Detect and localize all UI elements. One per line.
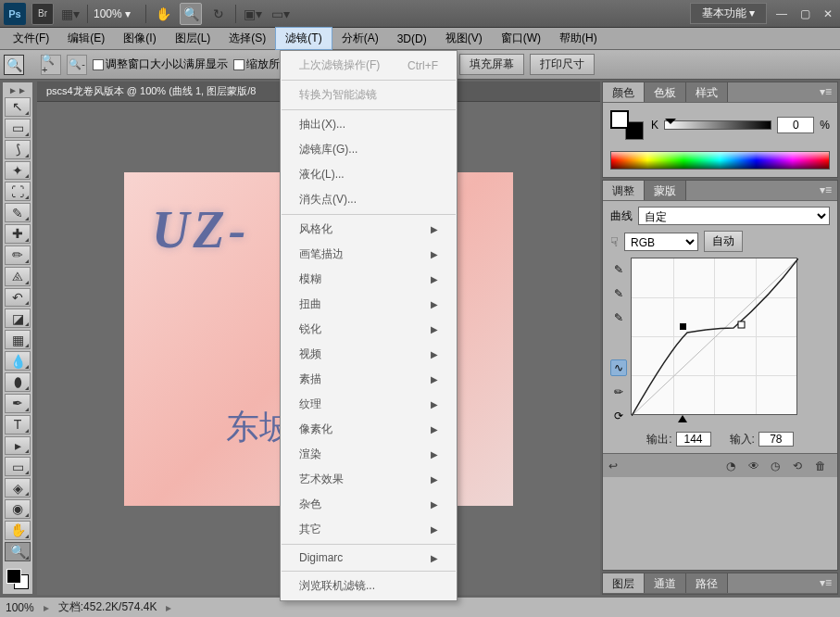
menu-filter[interactable]: 滤镜(T): [275, 27, 332, 50]
gradient-tool[interactable]: ▦: [5, 330, 31, 349]
filter-texture[interactable]: 纹理▶: [281, 392, 457, 417]
shape-tool[interactable]: ▭: [5, 457, 31, 476]
input-input[interactable]: [759, 432, 794, 447]
tool-preset-icon[interactable]: 🔍: [4, 55, 24, 75]
k-slider[interactable]: [664, 120, 771, 130]
workspace-selector[interactable]: 基本功能 ▾: [690, 3, 767, 24]
menu-select[interactable]: 选择(S): [219, 28, 275, 49]
filter-other[interactable]: 其它▶: [281, 517, 457, 542]
stamp-tool[interactable]: ⧌: [5, 267, 31, 286]
eraser-tool[interactable]: ◪: [5, 308, 31, 328]
zoom-out-icon[interactable]: 🔍-: [67, 55, 87, 75]
curve-draw-tool-icon[interactable]: ✏: [610, 384, 627, 400]
bridge-icon[interactable]: Br: [31, 3, 54, 25]
menu-analysis[interactable]: 分析(A): [332, 28, 388, 49]
lasso-tool[interactable]: ⟆: [5, 140, 31, 159]
screen-mode-icon[interactable]: ▭▾: [270, 3, 292, 25]
3d-camera-tool[interactable]: ◉: [5, 499, 31, 519]
zoom-level[interactable]: 100% ▾: [94, 7, 140, 20]
rotate-view-icon[interactable]: ↻: [207, 3, 230, 25]
tab-masks[interactable]: 蒙版: [645, 181, 686, 200]
menu-file[interactable]: 文件(F): [4, 28, 58, 49]
hand-tool[interactable]: ✋: [5, 521, 31, 540]
panel-menu-icon[interactable]: ▾≡: [814, 82, 837, 102]
print-size-button[interactable]: 打印尺寸: [530, 54, 595, 75]
3d-tool[interactable]: ◈: [5, 478, 31, 497]
type-tool[interactable]: T: [5, 415, 31, 434]
curve-point-tool-icon[interactable]: ∿: [610, 359, 627, 376]
crop-tool[interactable]: ⛶: [5, 182, 31, 201]
delete-icon[interactable]: 🗑: [815, 460, 832, 472]
menu-3d[interactable]: 3D(D): [388, 30, 436, 48]
history-brush-tool[interactable]: ↶: [5, 288, 31, 308]
close-button[interactable]: ✕: [823, 7, 833, 20]
return-icon[interactable]: ↩: [608, 460, 625, 472]
reset-icon[interactable]: ⟲: [793, 460, 809, 472]
curves-graph[interactable]: [631, 258, 797, 415]
magic-wand-tool[interactable]: ✦: [5, 161, 31, 181]
status-zoom[interactable]: 100%: [6, 601, 34, 614]
fill-screen-button[interactable]: 填充屏幕: [459, 54, 524, 75]
zoom-tool[interactable]: 🔍: [5, 542, 31, 561]
hand-tool-icon[interactable]: ✋: [152, 3, 174, 25]
tab-layers[interactable]: 图层: [603, 573, 645, 593]
output-input[interactable]: [676, 432, 711, 447]
prev-state-icon[interactable]: ◷: [771, 460, 787, 472]
maximize-button[interactable]: ▢: [800, 7, 810, 20]
k-input[interactable]: [777, 117, 814, 133]
filter-digimarc[interactable]: Digimarc▶: [281, 547, 457, 569]
filter-gallery[interactable]: 滤镜库(G)...: [281, 137, 457, 162]
tab-styles[interactable]: 样式: [686, 82, 728, 102]
path-select-tool[interactable]: ▸: [5, 436, 31, 456]
filter-liquify[interactable]: 液化(L)...: [281, 162, 457, 187]
filter-video[interactable]: 视频▶: [281, 342, 457, 367]
pen-tool[interactable]: ✒: [5, 394, 31, 413]
menu-edit[interactable]: 编辑(E): [58, 28, 114, 49]
blur-tool[interactable]: 💧: [5, 351, 31, 371]
move-tool[interactable]: ↖: [5, 97, 31, 117]
filter-blur[interactable]: 模糊▶: [281, 267, 457, 292]
filter-artistic[interactable]: 艺术效果▶: [281, 467, 457, 492]
eyedropper-gray-icon[interactable]: ✎: [610, 285, 627, 302]
brush-tool[interactable]: ✏: [5, 246, 31, 265]
menu-view[interactable]: 视图(V): [436, 28, 492, 49]
minimize-button[interactable]: —: [776, 7, 787, 20]
auto-button[interactable]: 自动: [704, 231, 743, 252]
filter-render[interactable]: 渲染▶: [281, 442, 457, 467]
eyedropper-black-icon[interactable]: ✎: [610, 261, 627, 278]
hand-target-icon[interactable]: ☟: [610, 235, 619, 248]
marquee-tool[interactable]: ▭: [5, 119, 31, 138]
tab-paths[interactable]: 路径: [686, 573, 728, 593]
menu-help[interactable]: 帮助(H): [550, 28, 607, 49]
menu-window[interactable]: 窗口(W): [492, 28, 550, 49]
dodge-tool[interactable]: ⬮: [5, 372, 31, 392]
filter-pixelate[interactable]: 像素化▶: [281, 417, 457, 442]
zoom-in-icon[interactable]: 🔍+: [41, 55, 61, 75]
tab-color[interactable]: 颜色: [603, 82, 645, 102]
panel-menu-icon[interactable]: ▾≡: [814, 181, 837, 200]
menu-layer[interactable]: 图层(L): [166, 28, 220, 49]
filter-sharpen[interactable]: 锐化▶: [281, 317, 457, 342]
spectrum-ramp[interactable]: [610, 151, 830, 170]
filter-distort[interactable]: 扭曲▶: [281, 292, 457, 317]
filter-brush[interactable]: 画笔描边▶: [281, 242, 457, 267]
view-extras-icon[interactable]: ▦▾: [59, 3, 81, 25]
visibility-icon[interactable]: 👁: [748, 460, 765, 472]
photoshop-logo-icon[interactable]: Ps: [4, 3, 26, 25]
filter-stylize[interactable]: 风格化▶: [281, 217, 457, 242]
filter-extract[interactable]: 抽出(X)...: [281, 112, 457, 137]
menu-image[interactable]: 图像(I): [114, 28, 165, 49]
resize-window-checkbox[interactable]: 调整窗口大小以满屏显示: [93, 57, 228, 72]
tab-adjustments[interactable]: 调整: [603, 181, 645, 200]
filter-sketch[interactable]: 素描▶: [281, 367, 457, 392]
curve-smooth-icon[interactable]: ⟳: [610, 408, 627, 424]
tab-swatches[interactable]: 色板: [645, 82, 686, 102]
channel-select[interactable]: RGB: [624, 233, 698, 251]
color-swatch-panel[interactable]: [610, 110, 644, 140]
eyedropper-tool[interactable]: ✎: [5, 203, 31, 222]
tab-channels[interactable]: 通道: [645, 573, 686, 593]
filter-noise[interactable]: 杂色▶: [281, 492, 457, 517]
healing-tool[interactable]: ✚: [5, 224, 31, 244]
clip-icon[interactable]: ◔: [726, 460, 743, 472]
panel-menu-icon[interactable]: ▾≡: [814, 573, 837, 593]
